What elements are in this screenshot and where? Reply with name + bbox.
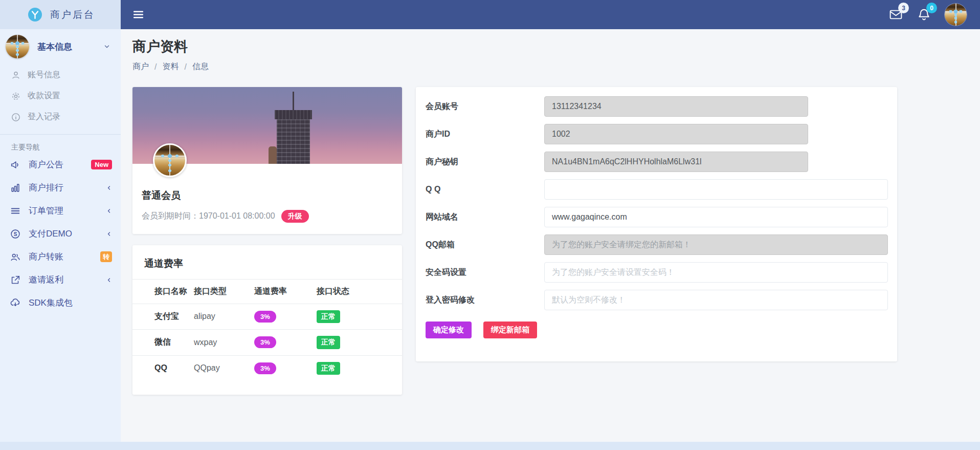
form-row-website-domain: 网站域名 [426, 207, 897, 227]
merchant-id-field [544, 124, 808, 144]
sidebar-item-payment-settings[interactable]: 收款设置 [0, 85, 121, 106]
breadcrumb-current: 信息 [192, 61, 209, 72]
hamburger-menu-icon[interactable] [132, 8, 145, 21]
rates-header-rate: 通道费率 [254, 280, 317, 304]
sidebar-item-label: 支付DEMO [29, 228, 106, 240]
qq-field[interactable] [544, 179, 888, 200]
list-icon [10, 205, 21, 217]
form-row-merchant-id: 商户ID [426, 124, 897, 144]
left-column: 普通会员 会员到期时间：1970-01-01 08:00:00 升级 通道费率 [132, 87, 402, 395]
sidebar-item-label: SDK集成包 [29, 297, 112, 309]
rates-header-row: 接口名称 接口类型 通道费率 接口状态 [132, 280, 402, 304]
sidebar-main-menu: 商户公告 New 商户排行 订单管理 S 支 [0, 153, 121, 314]
confirm-modify-button[interactable]: 确定修改 [426, 322, 472, 338]
rates-card-title: 通道费率 [132, 257, 402, 270]
cover-antenna-shape [293, 92, 294, 113]
login-password-field[interactable] [544, 290, 888, 310]
rate-name: 支付宝 [132, 304, 194, 329]
form-row-login-password: 登入密码修改 [426, 290, 897, 310]
cover-tower-top-shape [275, 110, 312, 119]
sidebar-sub-menu: 账号信息 收款设置 登入记录 [0, 62, 121, 127]
rates-header-name: 接口名称 [132, 280, 194, 304]
top-navbar: 3 0 [121, 0, 980, 29]
member-account-field [544, 96, 808, 117]
form-row-qq: Q Q [426, 179, 897, 200]
sidebar-item-invite-rebate[interactable]: 邀请返利 [0, 268, 121, 291]
megaphone-icon [10, 159, 21, 170]
sidebar-item-merchant-transfer[interactable]: 商户转账 转 [0, 245, 121, 268]
breadcrumb-link-profile[interactable]: 资料 [162, 61, 179, 72]
sidebar-item-account-info[interactable]: 账号信息 [0, 65, 121, 85]
cover-tower-shape [277, 119, 309, 164]
chevron-left-icon [106, 277, 112, 283]
rate-pill: 3% [254, 336, 276, 348]
sidebar-item-label: 订单管理 [29, 205, 106, 217]
rate-pill: 3% [254, 362, 276, 374]
table-row: 支付宝 alipay 3% 正常 [132, 304, 402, 329]
sidebar: 商户后台 基本信息 账号信息 收款设置 [0, 0, 121, 450]
member-expire-label: 会员到期时间：1970-01-01 08:00:00 [142, 211, 275, 222]
bar-chart-icon [10, 182, 21, 194]
rate-type: alipay [194, 304, 254, 329]
new-badge: New [91, 160, 112, 169]
navbar-right: 3 0 [888, 4, 967, 26]
channel-rates-card: 通道费率 接口名称 接口类型 通道费率 接口状态 [132, 245, 402, 395]
member-card-body: 普通会员 会员到期时间：1970-01-01 08:00:00 升级 [132, 164, 402, 234]
sidebar-item-pay-demo[interactable]: S 支付DEMO [0, 222, 121, 245]
merchant-profile-form: 会员账号 商户ID 商户秘钥 Q Q [416, 87, 897, 361]
field-label: 商户ID [426, 129, 544, 140]
bind-new-email-button[interactable]: 绑定新邮箱 [483, 322, 537, 338]
form-actions: 确定修改 绑定新邮箱 [426, 322, 897, 338]
upgrade-badge[interactable]: 升级 [281, 210, 309, 223]
breadcrumb-separator: / [154, 62, 157, 72]
member-card: 普通会员 会员到期时间：1970-01-01 08:00:00 升级 [132, 87, 402, 234]
rates-header-type: 接口类型 [194, 280, 254, 304]
chevron-left-icon [106, 185, 112, 191]
sidebar-item-order-management[interactable]: 订单管理 [0, 199, 121, 222]
field-label: 商户秘钥 [426, 157, 544, 167]
user-section-label: 基本信息 [37, 41, 103, 53]
rates-table: 接口名称 接口类型 通道费率 接口状态 支付宝 alipay [132, 280, 402, 381]
mail-icon[interactable]: 3 [888, 7, 903, 22]
profile-avatar[interactable] [945, 4, 967, 26]
main-area: 3 0 商户资料 商户 / 资料 / 信息 [121, 0, 980, 450]
rate-type: QQpay [194, 355, 254, 381]
form-row-merchant-secret: 商户秘钥 [426, 152, 897, 172]
sidebar-section-label: 主要导航 [0, 135, 121, 153]
user-icon [11, 70, 21, 80]
chevron-down-icon [103, 43, 110, 50]
footer-bar [0, 442, 980, 450]
bell-icon[interactable]: 0 [917, 7, 931, 22]
brand-title: 商户后台 [50, 8, 95, 22]
field-label: QQ邮箱 [426, 240, 544, 250]
field-label: 安全码设置 [426, 267, 544, 278]
sidebar-item-label: 账号信息 [28, 70, 60, 80]
security-code-field[interactable] [544, 262, 888, 283]
form-row-security-code: 安全码设置 [426, 262, 897, 283]
field-label: 网站域名 [426, 212, 544, 223]
notification-count-badge: 0 [926, 3, 937, 13]
breadcrumb-link-merchant[interactable]: 商户 [132, 61, 149, 72]
merchant-secret-field [544, 152, 808, 172]
sidebar-item-merchant-ranking[interactable]: 商户排行 [0, 176, 121, 199]
sidebar-item-merchant-notice[interactable]: 商户公告 New [0, 153, 121, 176]
sidebar-item-label: 商户排行 [29, 182, 106, 194]
brand-logo-icon[interactable] [28, 8, 42, 22]
cloud-download-icon [10, 297, 21, 309]
sidebar-item-label: 商户转账 [29, 251, 100, 263]
website-domain-field[interactable] [544, 207, 888, 227]
sidebar-item-login-records[interactable]: 登入记录 [0, 106, 121, 127]
field-label: 会员账号 [426, 101, 544, 112]
table-row: QQ QQpay 3% 正常 [132, 355, 402, 381]
mail-count-badge: 3 [898, 3, 909, 13]
gear-icon [11, 91, 21, 101]
qq-email-field [544, 234, 888, 255]
sidebar-user-section[interactable]: 基本信息 [0, 29, 121, 62]
chevron-left-icon [106, 231, 112, 237]
sidebar-item-sdk-package[interactable]: SDK集成包 [0, 291, 121, 314]
page-content: 商户资料 商户 / 资料 / 信息 [121, 29, 980, 450]
member-expire-row: 会员到期时间：1970-01-01 08:00:00 升级 [142, 210, 393, 223]
chevron-left-icon [106, 208, 112, 214]
table-row: 微信 wxpay 3% 正常 [132, 330, 402, 355]
sidebar-item-label: 收款设置 [28, 91, 60, 101]
